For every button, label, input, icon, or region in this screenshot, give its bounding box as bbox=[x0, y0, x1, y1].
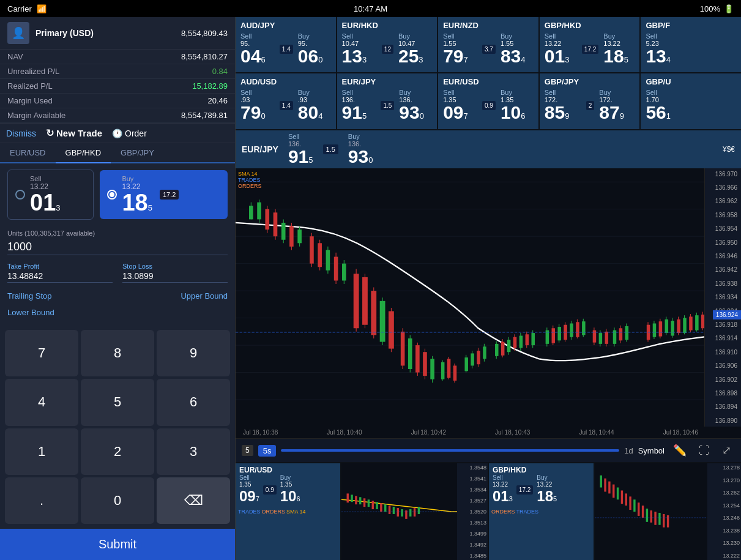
svg-rect-73 bbox=[513, 337, 517, 348]
order-button[interactable]: 🕐 Order bbox=[112, 129, 147, 138]
mini-eurusd-header: EUR/USD Sell 1.35 09 7 0.9 bbox=[236, 463, 340, 507]
chart-timeframe-1d[interactable]: 1d bbox=[624, 446, 633, 455]
chart-svg-wrapper: SMA 14 TRADES ORDERS bbox=[236, 168, 741, 427]
key-4[interactable]: 4 bbox=[5, 379, 78, 425]
margin-used-label: Margin Used bbox=[7, 96, 53, 105]
tile-audjpy[interactable]: AUD/JPY Sell 95. 04 6 1.4 Buy 95. bbox=[236, 17, 337, 72]
dismiss-button[interactable]: Dismiss bbox=[6, 129, 36, 138]
right-panel: AUD/JPY Sell 95. 04 6 1.4 Buy 95. bbox=[236, 17, 741, 560]
unrealized-pl-row: Unrealized P/L 0.84 bbox=[0, 64, 235, 79]
key-2[interactable]: 2 bbox=[81, 428, 154, 475]
numpad-row-1: 7 8 9 bbox=[5, 330, 230, 376]
svg-rect-159 bbox=[625, 493, 627, 506]
battery-icon: 🔋 bbox=[724, 4, 734, 13]
chart-period-slider[interactable] bbox=[281, 449, 619, 452]
wifi-icon: 📶 bbox=[37, 4, 47, 13]
key-6[interactable]: 6 bbox=[157, 379, 230, 425]
tab-gbpjpy[interactable]: GBP/JPY bbox=[111, 143, 164, 163]
key-5[interactable]: 5 bbox=[81, 379, 154, 425]
buy-radio-dot bbox=[110, 192, 114, 197]
tile-eurhkd[interactable]: EUR/HKD Sell 10.47 13 3 12 Buy 10.47 bbox=[337, 17, 439, 72]
mini-eurusd-tags: TRADES ORDERS SMA 14 bbox=[236, 507, 340, 516]
stop-loss-value[interactable]: 13.0899 bbox=[122, 271, 228, 283]
svg-rect-55 bbox=[447, 359, 451, 378]
left-panel: 👤 Primary (USD) 8,554,809.43 NAV 8,554,8… bbox=[0, 17, 236, 560]
tile-audusd-spread: 1.4 bbox=[280, 101, 293, 110]
key-7[interactable]: 7 bbox=[5, 330, 78, 376]
tab-gbphkd[interactable]: GBP/HKD bbox=[56, 143, 111, 163]
tile-gbpf[interactable]: GBP/F Sell 5.23 13 4 bbox=[641, 17, 741, 72]
account-name: Primary (USD) bbox=[35, 28, 175, 38]
tp-sl-row: Take Profit 13.48842 Stop Loss 13.0899 bbox=[0, 258, 235, 288]
chart-toolbar: 5 5s 1d Symbol ✏️ ⛶ ⤢ bbox=[236, 438, 741, 462]
mini-eurusd-axis: 1.3548 1.3541 1.3534 1.3527 1.3520 1.351… bbox=[457, 463, 488, 560]
tile-eurhkd-prices: Sell 10.47 13 3 12 Buy 10.47 25 3 bbox=[342, 32, 433, 65]
sell-price-group: Sell 13.22 01 3 bbox=[30, 175, 61, 214]
svg-rect-146 bbox=[397, 508, 398, 517]
svg-rect-158 bbox=[621, 490, 623, 504]
realized-pl-label: Realized P/L bbox=[7, 81, 53, 91]
tile-eurjpy[interactable]: EUR/JPY Sell 136. 91 5 1.5 Buy 136. bbox=[337, 73, 439, 129]
realized-pl-value: 15,182.89 bbox=[192, 81, 228, 91]
mini-chart-gbphkd[interactable]: GBP/HKD Sell 13.22 01 3 17.2 bbox=[489, 463, 595, 560]
mini-chart-gbphkd-canvas: 13.22099 13.278 13.270 13.262 13.254 13.… bbox=[595, 463, 741, 560]
tile-gbpu-sell: Sell 1.70 56 1 bbox=[646, 89, 736, 122]
chart-currency-toggle[interactable]: ¥$€ bbox=[723, 145, 735, 154]
chart-expand-button[interactable]: ⛶ bbox=[695, 443, 713, 458]
take-profit-value[interactable]: 13.48842 bbox=[7, 271, 113, 283]
svg-rect-139 bbox=[368, 499, 370, 507]
units-input[interactable] bbox=[7, 239, 228, 255]
tile-eurhkd-spread: 12 bbox=[382, 45, 393, 54]
svg-rect-153 bbox=[600, 476, 601, 488]
key-3[interactable]: 3 bbox=[157, 428, 230, 475]
sell-label: Sell bbox=[30, 175, 61, 182]
chart-buy-price: Buy 136. 93 0 bbox=[348, 133, 373, 166]
tile-eurusd[interactable]: EUR/USD Sell 1.35 09 7 0.9 Buy 1.35 bbox=[438, 73, 540, 129]
buy-big: 18 bbox=[122, 191, 147, 214]
key-1[interactable]: 1 bbox=[5, 428, 78, 475]
buy-radio[interactable] bbox=[107, 190, 117, 200]
svg-rect-143 bbox=[384, 504, 386, 512]
lower-bound-option[interactable]: Lower Bound bbox=[7, 308, 54, 317]
chart-draw-button[interactable]: ✏️ bbox=[669, 442, 690, 458]
svg-rect-149 bbox=[409, 509, 411, 517]
tile-gbpu[interactable]: GBP/U Sell 1.70 56 1 bbox=[641, 73, 741, 129]
nav-value: 8,554,810.27 bbox=[181, 52, 228, 61]
key-delete[interactable]: ⌫ bbox=[157, 477, 230, 524]
tile-eurnzd[interactable]: EUR/NZD Sell 1.55 79 7 3.7 Buy 1.55 bbox=[438, 17, 540, 72]
key-9[interactable]: 9 bbox=[157, 330, 230, 376]
key-dot[interactable]: . bbox=[5, 477, 78, 524]
mini-chart-eurusd[interactable]: EUR/USD Sell 1.35 09 7 0.9 bbox=[236, 463, 341, 560]
key-0[interactable]: 0 bbox=[81, 477, 154, 524]
svg-rect-164 bbox=[646, 509, 648, 522]
margin-used-value: 20.46 bbox=[207, 96, 228, 105]
trailing-stop-option[interactable]: Trailing Stop bbox=[7, 291, 171, 301]
tile-gbpf-sell: Sell 5.23 13 4 bbox=[646, 32, 736, 65]
numpad: 7 8 9 4 5 6 1 2 3 . 0 ⌫ bbox=[0, 325, 235, 529]
chart-period-5s[interactable]: 5s bbox=[258, 445, 277, 457]
tab-eurusd[interactable]: EUR/USD bbox=[0, 143, 56, 163]
svg-rect-65 bbox=[483, 346, 486, 359]
tile-audjpy-sell: Sell 95. 04 6 bbox=[240, 32, 274, 65]
sell-option[interactable]: Sell 13.22 01 3 bbox=[7, 170, 94, 220]
tile-eurhkd-pair: EUR/HKD bbox=[342, 21, 433, 30]
tile-audusd[interactable]: AUD/USD Sell .93 79 0 1.4 Buy .93 bbox=[236, 73, 337, 129]
tile-gbpjpy[interactable]: GBP/JPY Sell 172. 85 9 2 Buy 172. bbox=[540, 73, 641, 129]
chart-symbol-label[interactable]: Symbol bbox=[638, 446, 665, 455]
sell-radio[interactable] bbox=[15, 190, 25, 200]
order-label: Order bbox=[125, 129, 147, 138]
trades-label: TRADES bbox=[238, 177, 262, 183]
chart-body: SMA 14 TRADES ORDERS bbox=[236, 168, 741, 427]
tile-eurnzd-prices: Sell 1.55 79 7 3.7 Buy 1.55 83 4 bbox=[443, 32, 534, 65]
buy-option[interactable]: Buy 13.22 18 5 17.2 bbox=[100, 170, 228, 219]
margin-used-row: Margin Used 20.46 bbox=[0, 94, 235, 108]
submit-button[interactable]: Submit bbox=[0, 529, 235, 560]
key-8[interactable]: 8 bbox=[81, 330, 154, 376]
tile-gbphkd-top[interactable]: GBP/HKD Sell 13.22 01 3 17.2 Buy 13.22 bbox=[540, 17, 641, 72]
chart-spread: 1.5 bbox=[323, 144, 338, 154]
upper-bound-option[interactable]: Upper Bound bbox=[181, 291, 228, 301]
svg-rect-168 bbox=[663, 514, 665, 528]
chart-fullscreen-button[interactable]: ⤢ bbox=[718, 442, 735, 458]
svg-rect-162 bbox=[638, 502, 639, 516]
new-trade-button[interactable]: ↻ New Trade bbox=[46, 127, 102, 139]
